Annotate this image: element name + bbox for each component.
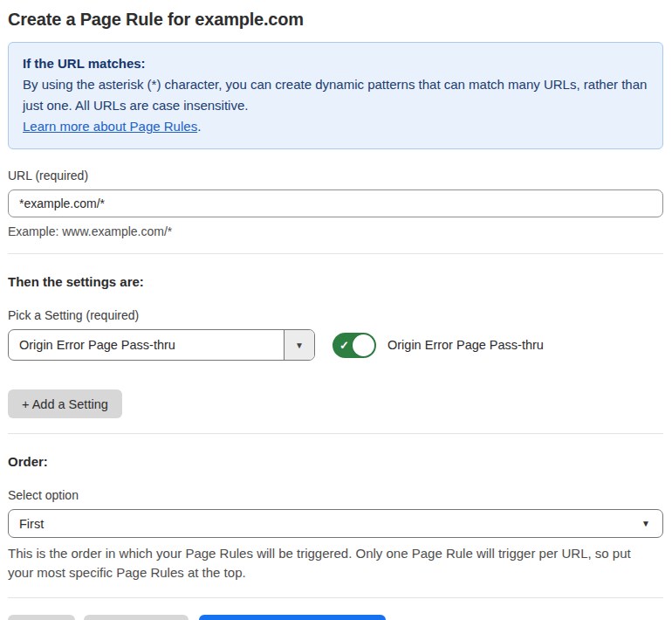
setting-toggle[interactable]: ✓ [333,333,376,358]
order-select-label: Select option [8,488,663,502]
order-select-value: First [19,517,44,531]
order-select-dropdown[interactable]: First ▼ [8,509,663,538]
link-suffix: . [197,119,201,134]
setting-row: Origin Error Page Pass-thru ▼ ✓ Origin E… [8,329,663,361]
save-deploy-button[interactable]: Save and Deploy Page Rule [199,615,386,620]
info-box-body: By using the asterisk (*) character, you… [23,74,648,116]
order-helper-text: This is the order in which your Page Rul… [8,544,657,582]
pick-setting-label: Pick a Setting (required) [8,308,663,322]
toggle-knob[interactable] [353,334,374,356]
caret-down-icon[interactable]: ▼ [284,330,314,360]
caret-down-icon: ▼ [641,519,650,528]
settings-section-heading: Then the settings are: [8,274,663,289]
setting-picker-value: Origin Error Page Pass-thru [9,330,284,360]
divider [8,253,663,254]
learn-more-link[interactable]: Learn more about Page Rules [23,119,197,134]
create-page-rule-form: Create a Page Rule for example.com If th… [0,0,672,620]
url-example-helper: Example: www.example.com/* [8,224,663,238]
info-box-heading: If the URL matches: [23,53,648,74]
divider [8,433,663,434]
page-title: Create a Page Rule for example.com [8,10,663,30]
add-setting-button[interactable]: + Add a Setting [8,389,122,418]
order-section-heading: Order: [8,454,663,469]
url-match-info-box: If the URL matches: By using the asteris… [8,42,663,149]
url-input[interactable] [8,189,663,217]
form-action-buttons: Cancel Save as Draft Save and Deploy Pag… [8,615,663,620]
info-box-link-line: Learn more about Page Rules. [23,116,648,137]
setting-picker-dropdown[interactable]: Origin Error Page Pass-thru ▼ [8,329,315,361]
check-icon: ✓ [339,339,349,352]
cancel-button[interactable]: Cancel [8,615,75,620]
save-draft-button[interactable]: Save as Draft [84,615,189,620]
divider [8,597,663,598]
setting-toggle-label: Origin Error Page Pass-thru [387,338,544,352]
url-field-label: URL (required) [8,169,663,183]
